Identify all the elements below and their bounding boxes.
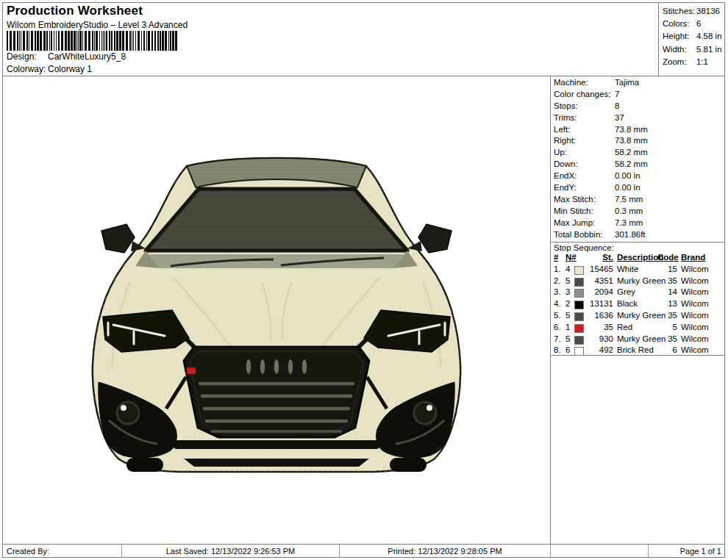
machine-info-value: 37 bbox=[615, 113, 624, 125]
stitch-count: 2094 bbox=[585, 287, 613, 296]
thread-code: 6 bbox=[657, 345, 677, 354]
thread-code: 35 bbox=[657, 276, 677, 285]
machine-info-value: 8 bbox=[615, 101, 619, 113]
needle-number: 6 bbox=[565, 345, 570, 354]
summary-value: 38136 bbox=[696, 7, 720, 19]
thread-brand: Wilcom bbox=[681, 311, 709, 320]
summary-row: Colors: 6 bbox=[659, 19, 724, 32]
stop-sequence-row: 7. 5 930 Murky Green 35 Wilcom bbox=[550, 334, 725, 346]
thread-description: Red bbox=[617, 323, 632, 331]
machine-info-value: 0.00 in bbox=[615, 171, 640, 183]
thread-description: Grey bbox=[617, 287, 635, 296]
stitch-count: 492 bbox=[585, 345, 613, 354]
stop-number: 7. bbox=[554, 334, 561, 343]
machine-info-label: Up: bbox=[554, 148, 615, 159]
machine-info-row: Trims: 37 bbox=[550, 113, 725, 125]
machine-info-row: Machine: Tajima bbox=[550, 78, 725, 90]
stitch-count: 1636 bbox=[585, 311, 613, 320]
summary-label: Stitches: bbox=[663, 7, 696, 19]
stop-number: 2. bbox=[554, 276, 561, 285]
thread-brand: Wilcom bbox=[681, 299, 709, 308]
needle-number: 5 bbox=[565, 276, 570, 285]
footer-spacer-cell bbox=[551, 545, 649, 558]
stop-number: 6. bbox=[554, 323, 561, 331]
machine-info-label: EndY: bbox=[554, 183, 615, 195]
machine-info-value: 73.8 mm bbox=[615, 125, 648, 137]
summary-row: Zoom: 1:1 bbox=[659, 57, 724, 70]
page-number-cell: Page 1 of 1 bbox=[649, 545, 725, 558]
machine-info-row: Min Stitch: 0.3 mm bbox=[550, 207, 725, 218]
machine-info-label: Max Jump: bbox=[554, 218, 615, 230]
stop-sequence-row: 4. 2 13131 Black 13 Wilcom bbox=[550, 299, 725, 311]
header-divider bbox=[3, 76, 724, 76]
stop-number: 1. bbox=[554, 265, 561, 273]
summary-label: Width: bbox=[663, 45, 696, 57]
thread-description: Brick Red bbox=[617, 345, 654, 354]
needle-number: 1 bbox=[565, 323, 570, 331]
thread-code: 5 bbox=[657, 323, 677, 331]
design-name: CarWhiteLuxury5_8 bbox=[48, 51, 126, 62]
software-name: Wilcom EmbroideryStudio – Level 3 Advanc… bbox=[7, 20, 188, 30]
machine-info-value: 0.00 in bbox=[615, 183, 640, 195]
stop-sequence-row: 6. 1 35 Red 5 Wilcom bbox=[550, 323, 725, 334]
machine-info-label: Total Bobbin: bbox=[554, 230, 615, 242]
machine-info-label: Min Stitch: bbox=[554, 207, 615, 218]
thread-color-swatch bbox=[574, 336, 584, 345]
col-header-num: # bbox=[554, 253, 558, 262]
stop-sequence-row: 2. 5 4351 Murky Green 35 Wilcom bbox=[550, 276, 725, 288]
machine-info-row: Total Bobbin: 301.86ft bbox=[550, 230, 725, 242]
summary-value: 6 bbox=[696, 19, 701, 32]
last-saved-cell: Last Saved: 12/13/2022 9:26:53 PM bbox=[122, 545, 340, 558]
stop-sequence-title: Stop Sequence: bbox=[554, 243, 614, 252]
machine-info-row: Color changes: 7 bbox=[550, 90, 725, 101]
summary-row: Width: 5.81 in bbox=[659, 45, 724, 57]
car-grille bbox=[184, 347, 369, 437]
thread-color-swatch bbox=[574, 312, 584, 321]
colorway-label: Colorway: bbox=[7, 64, 48, 74]
thread-color-swatch bbox=[574, 289, 584, 298]
machine-info-value: 7.5 mm bbox=[615, 195, 643, 207]
design-label: Design: bbox=[7, 51, 48, 62]
machine-info-value: 7 bbox=[615, 90, 619, 101]
colorway-row: Colorway: Colorway 1 bbox=[7, 64, 92, 74]
thread-code: 14 bbox=[657, 287, 677, 296]
design-preview-car bbox=[88, 154, 471, 478]
needle-number: 3 bbox=[565, 287, 570, 296]
thread-brand: Wilcom bbox=[681, 345, 709, 354]
stitch-count: 15465 bbox=[585, 265, 613, 273]
created-by-cell: Created By: bbox=[3, 545, 122, 558]
stop-sequence-rows: 1. 4 15465 White 15 Wilcom 2. 5 4351 Mur… bbox=[550, 265, 725, 357]
thread-code: 35 bbox=[657, 311, 677, 320]
machine-info-label: Trims: bbox=[554, 113, 615, 125]
col-header-needle: N# bbox=[565, 253, 577, 262]
thread-description: White bbox=[617, 265, 638, 273]
col-header-code: Code bbox=[657, 253, 677, 262]
thread-description: Black bbox=[617, 299, 638, 308]
stitch-count: 13131 bbox=[585, 299, 613, 308]
production-worksheet-page: Production Worksheet Wilcom EmbroiderySt… bbox=[0, 0, 728, 560]
col-header-stitches: St. bbox=[585, 253, 613, 262]
machine-info-value: 301.86ft bbox=[615, 230, 646, 242]
thread-brand: Wilcom bbox=[681, 323, 709, 331]
thread-code: 13 bbox=[657, 299, 677, 308]
thread-brand: Wilcom bbox=[681, 276, 709, 285]
thread-color-swatch bbox=[574, 278, 584, 287]
summary-label: Zoom: bbox=[663, 57, 696, 70]
thread-code: 35 bbox=[657, 334, 677, 343]
stitch-count: 4351 bbox=[585, 276, 613, 285]
design-row: Design: CarWhiteLuxury5_8 bbox=[7, 51, 126, 62]
machine-info-value: 58.2 mm bbox=[615, 148, 648, 159]
stop-sequence-header-row: # N# St. Description Code Brand bbox=[550, 253, 725, 265]
machine-info-row: Stops: 8 bbox=[550, 101, 725, 113]
stop-sequence-table: # N# St. Description Code Brand 1. 4 154… bbox=[550, 253, 725, 357]
needle-number: 5 bbox=[565, 311, 570, 320]
summary-label: Colors: bbox=[663, 19, 696, 32]
thread-color-swatch bbox=[574, 347, 584, 356]
needle-number: 4 bbox=[565, 265, 570, 273]
machine-info-label: Max Stitch: bbox=[554, 195, 615, 207]
thread-brand: Wilcom bbox=[681, 287, 709, 296]
stop-number: 3. bbox=[554, 287, 561, 296]
summary-row: Stitches: 38136 bbox=[659, 7, 724, 19]
machine-info-label: Machine: bbox=[554, 78, 615, 90]
stop-sequence-row: 5. 5 1636 Murky Green 35 Wilcom bbox=[550, 311, 725, 323]
